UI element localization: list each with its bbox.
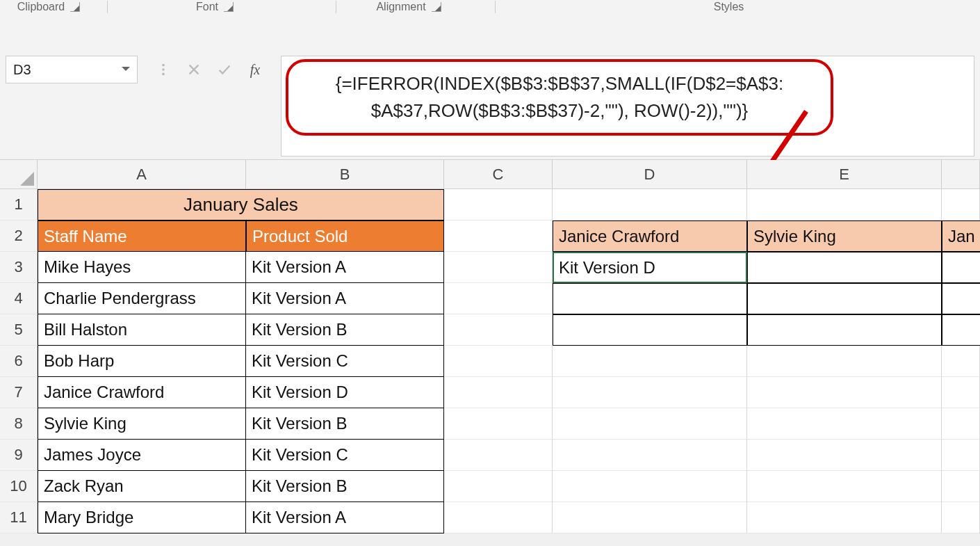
cell-A8[interactable]: Sylvie King — [38, 408, 246, 440]
cell-F1[interactable] — [942, 189, 980, 220]
cell-E8[interactable] — [747, 408, 942, 440]
cell-B3[interactable]: Kit Version A — [246, 252, 444, 283]
cell-E11[interactable] — [747, 502, 942, 533]
ribbon-group-font: Font — [196, 1, 218, 13]
cell-B8[interactable]: Kit Version B — [246, 408, 444, 440]
cell-E6[interactable] — [747, 346, 942, 377]
cell-D4[interactable] — [553, 283, 747, 314]
cell-B7[interactable]: Kit Version D — [246, 377, 444, 408]
cell-F10[interactable] — [942, 471, 980, 502]
cell-F9[interactable] — [942, 440, 980, 471]
formula-text-line2: $A$37,ROW($B$3:$B$37)-2,""), ROW()-2)),"… — [309, 97, 810, 125]
row-header[interactable]: 6 — [0, 346, 38, 377]
cell-F3[interactable] — [942, 252, 980, 283]
cell-B4[interactable]: Kit Version A — [246, 283, 444, 314]
cell-A6[interactable]: Bob Harp — [38, 346, 246, 377]
formula-bar: D3 fx {=IFERROR(INDEX($B$3:$B$37,SMALL(I… — [0, 14, 980, 160]
cell-D5[interactable] — [553, 314, 747, 346]
formula-input[interactable]: {=IFERROR(INDEX($B$3:$B$37,SMALL(IF(D$2=… — [281, 56, 974, 156]
cell-B10[interactable]: Kit Version B — [246, 471, 444, 502]
cell-F7[interactable] — [942, 377, 980, 408]
more-icon[interactable] — [154, 61, 172, 79]
col-header-C[interactable]: C — [444, 160, 553, 188]
dialog-launcher-icon[interactable] — [70, 2, 80, 12]
cell-E4[interactable] — [747, 283, 942, 314]
cell-F2[interactable]: Jan — [942, 220, 980, 252]
cell-A10[interactable]: Zack Ryan — [38, 471, 246, 502]
dialog-launcher-icon[interactable] — [432, 2, 441, 12]
enter-icon[interactable] — [215, 61, 234, 79]
cell-B9[interactable]: Kit Version C — [246, 440, 444, 471]
ribbon-group-styles: Styles — [714, 1, 744, 13]
cell-B11[interactable]: Kit Version A — [246, 502, 444, 533]
ribbon-group-clipboard: Clipboard — [17, 1, 65, 13]
cell-E2[interactable]: Sylvie King — [747, 220, 942, 252]
cell-E1[interactable] — [747, 189, 942, 220]
cell-F5[interactable] — [942, 314, 980, 346]
spreadsheet-grid[interactable]: A B C D E 1 January Sales 2 Staff Name P… — [0, 160, 980, 533]
cell-F11[interactable] — [942, 502, 980, 533]
cell-F6[interactable] — [942, 346, 980, 377]
cell-A2[interactable]: Staff Name — [38, 220, 246, 252]
cell-C5[interactable] — [444, 314, 553, 346]
row-header[interactable]: 11 — [0, 502, 38, 533]
row-header[interactable]: 2 — [0, 220, 38, 252]
cell-C1[interactable] — [444, 189, 553, 220]
cell-A3[interactable]: Mike Hayes — [38, 252, 246, 283]
row-header[interactable]: 8 — [0, 408, 38, 440]
col-header-D[interactable]: D — [553, 160, 747, 188]
row-header[interactable]: 4 — [0, 283, 38, 314]
cell-A7[interactable]: Janice Crawford — [38, 377, 246, 408]
cell-A11[interactable]: Mary Bridge — [38, 502, 246, 533]
cell-D10[interactable] — [553, 471, 747, 502]
cell-E9[interactable] — [747, 440, 942, 471]
cell-E7[interactable] — [747, 377, 942, 408]
row-header[interactable]: 10 — [0, 471, 38, 502]
col-header-B[interactable]: B — [246, 160, 444, 188]
cell-D9[interactable] — [553, 440, 747, 471]
cell-A4[interactable]: Charlie Pendergrass — [38, 283, 246, 314]
cell-C9[interactable] — [444, 440, 553, 471]
row-header[interactable]: 3 — [0, 252, 38, 283]
cell-E3[interactable] — [747, 252, 942, 283]
cell-A5[interactable]: Bill Halston — [38, 314, 246, 346]
chevron-down-icon[interactable] — [122, 67, 130, 75]
cell-D11[interactable] — [553, 502, 747, 533]
cancel-icon[interactable] — [185, 61, 203, 79]
col-header-F[interactable] — [942, 160, 980, 188]
cell-C2[interactable] — [444, 220, 553, 252]
dialog-launcher-icon[interactable] — [224, 2, 234, 12]
cell-C8[interactable] — [444, 408, 553, 440]
cell-C11[interactable] — [444, 502, 553, 533]
cell-C10[interactable] — [444, 471, 553, 502]
cell-C3[interactable] — [444, 252, 553, 283]
cell-D6[interactable] — [553, 346, 747, 377]
insert-function-button[interactable]: fx — [246, 61, 264, 79]
name-box[interactable]: D3 — [6, 56, 138, 83]
cell-C7[interactable] — [444, 377, 553, 408]
cell-E5[interactable] — [747, 314, 942, 346]
cell-C6[interactable] — [444, 346, 553, 377]
row-header[interactable]: 5 — [0, 314, 38, 346]
row-header[interactable]: 1 — [0, 189, 38, 220]
name-box-value: D3 — [13, 62, 31, 78]
cell-D2[interactable]: Janice Crawford — [553, 220, 747, 252]
cell-A1-merged[interactable]: January Sales — [38, 189, 444, 220]
cell-A9[interactable]: James Joyce — [38, 440, 246, 471]
col-header-A[interactable]: A — [38, 160, 246, 188]
cell-C4[interactable] — [444, 283, 553, 314]
cell-D8[interactable] — [553, 408, 747, 440]
cell-D7[interactable] — [553, 377, 747, 408]
cell-B6[interactable]: Kit Version C — [246, 346, 444, 377]
row-header[interactable]: 7 — [0, 377, 38, 408]
row-header[interactable]: 9 — [0, 440, 38, 471]
cell-D1[interactable] — [553, 189, 747, 220]
cell-F4[interactable] — [942, 283, 980, 314]
col-header-E[interactable]: E — [747, 160, 942, 188]
cell-F8[interactable] — [942, 408, 980, 440]
cell-D3[interactable]: Kit Version D — [553, 252, 747, 283]
cell-B5[interactable]: Kit Version B — [246, 314, 444, 346]
select-all-corner[interactable] — [0, 160, 38, 188]
cell-B2[interactable]: Product Sold — [246, 220, 444, 252]
cell-E10[interactable] — [747, 471, 942, 502]
